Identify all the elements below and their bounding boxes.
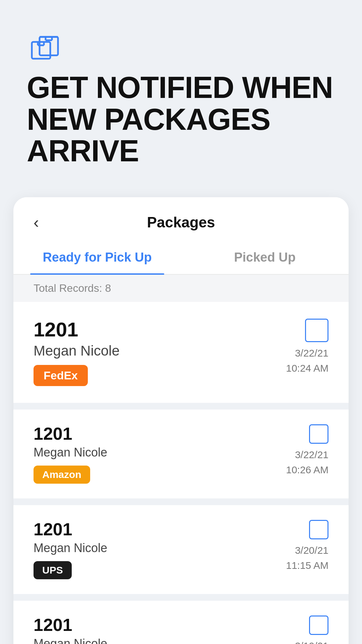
carrier-badge: UPS — [34, 561, 72, 579]
package-checkbox[interactable] — [309, 615, 328, 635]
hero-section: GET NOTIFIED WHEN NEW PACKAGES ARRIVE — [0, 0, 362, 197]
package-info: 1201 Megan Nicole FedEx — [34, 319, 286, 386]
unit-number: 1201 — [34, 520, 286, 539]
unit-number: 1201 — [34, 424, 286, 443]
package-datetime: 3/22/21 10:26 AM — [286, 447, 328, 477]
resident-name: Megan Nicole — [34, 637, 286, 644]
package-meta: 3/20/21 11:15 AM — [286, 520, 328, 573]
app-card: ‹ Packages Ready for Pick Up Picked Up T… — [13, 197, 349, 644]
package-datetime: 3/19/21 10:05 AM — [286, 638, 328, 644]
resident-name: Megan Nicole — [34, 343, 286, 359]
package-info: 1201 Megan Nicole Amazon — [34, 615, 286, 644]
carrier-badge: FedEx — [34, 365, 88, 386]
page-title: Packages — [147, 214, 215, 231]
back-button[interactable]: ‹ — [34, 213, 39, 231]
packages-icon — [27, 27, 67, 60]
app-header: ‹ Packages — [13, 197, 349, 241]
tab-picked-up[interactable]: Picked Up — [181, 241, 349, 274]
package-datetime: 3/22/21 10:24 AM — [286, 345, 328, 376]
package-checkbox[interactable] — [309, 424, 328, 444]
package-item: 1201 Megan Nicole FedEx 3/22/21 10:24 AM — [13, 302, 349, 403]
package-item: 1201 Megan Nicole Amazon 3/19/21 10:05 A… — [13, 601, 349, 644]
tab-ready-for-pickup[interactable]: Ready for Pick Up — [13, 241, 181, 274]
package-meta: 3/19/21 10:05 AM — [286, 615, 328, 644]
total-records: Total Records: 8 — [13, 275, 349, 302]
carrier-badge: Amazon — [34, 466, 90, 484]
tabs-row: Ready for Pick Up Picked Up — [13, 241, 349, 275]
package-info: 1201 Megan Nicole UPS — [34, 520, 286, 579]
unit-number: 1201 — [34, 615, 286, 635]
resident-name: Megan Nicole — [34, 541, 286, 555]
package-info: 1201 Megan Nicole Amazon — [34, 424, 286, 484]
package-checkbox[interactable] — [309, 520, 328, 539]
package-meta: 3/22/21 10:24 AM — [286, 319, 328, 376]
package-list: 1201 Megan Nicole FedEx 3/22/21 10:24 AM… — [13, 302, 349, 644]
resident-name: Megan Nicole — [34, 445, 286, 460]
package-datetime: 3/20/21 11:15 AM — [286, 543, 328, 573]
package-item: 1201 Megan Nicole UPS 3/20/21 11:15 AM — [13, 505, 349, 594]
unit-number: 1201 — [34, 319, 286, 341]
package-meta: 3/22/21 10:26 AM — [286, 424, 328, 477]
package-checkbox[interactable] — [305, 319, 328, 342]
package-item: 1201 Megan Nicole Amazon 3/22/21 10:26 A… — [13, 410, 349, 498]
hero-title: GET NOTIFIED WHEN NEW PACKAGES ARRIVE — [27, 72, 335, 167]
